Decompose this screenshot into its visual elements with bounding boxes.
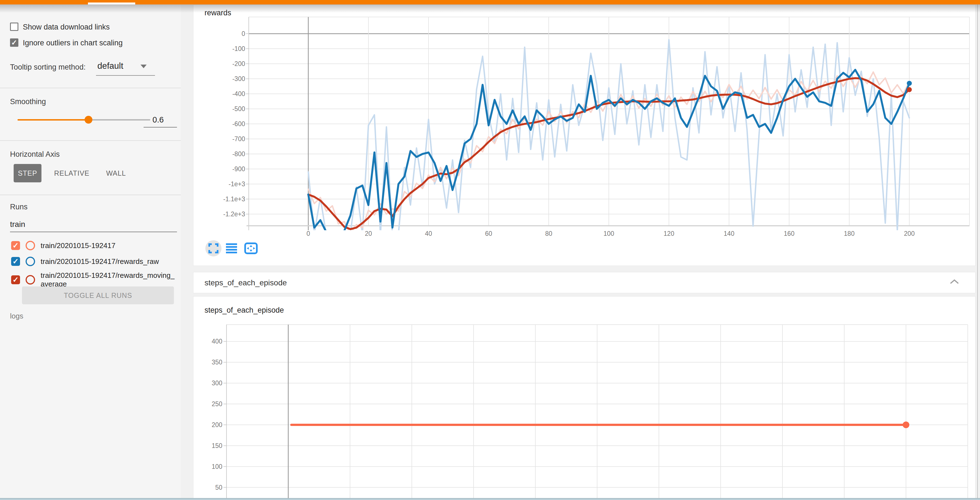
svg-text:-800: -800	[232, 150, 245, 158]
run-radio[interactable]	[25, 275, 35, 285]
bottom-scrollbar[interactable]	[0, 498, 980, 500]
svg-text:350: 350	[212, 358, 222, 366]
ignore-outliers-checkbox[interactable]: ✓	[10, 38, 18, 47]
svg-text:0: 0	[307, 230, 310, 237]
run-label: train/20201015-192417/rewards_raw	[41, 257, 176, 266]
svg-text:-100: -100	[232, 45, 245, 53]
active-tab-indicator	[88, 3, 135, 5]
run-row[interactable]: ✓ train/20201015-192417	[11, 241, 176, 250]
axis-step-button[interactable]: STEP	[14, 164, 41, 182]
run-filter-underline	[10, 232, 177, 232]
smoothing-value-input[interactable]: 0.6	[153, 115, 164, 124]
app-header-bar	[0, 0, 980, 5]
svg-text:140: 140	[724, 230, 734, 237]
svg-text:-400: -400	[232, 90, 245, 97]
run-radio[interactable]	[25, 257, 35, 266]
svg-text:50: 50	[215, 484, 222, 491]
svg-text:0: 0	[242, 30, 245, 37]
run-row[interactable]: ✓ train/20201015-192417/rewards_moving_a…	[11, 271, 176, 288]
svg-text:-500: -500	[232, 105, 245, 113]
show-download-links-checkbox[interactable]	[10, 22, 18, 31]
svg-text:-300: -300	[232, 75, 245, 83]
run-checkbox[interactable]: ✓	[11, 241, 20, 250]
settings-sidebar: Show data download links ✓ Ignore outlie…	[0, 5, 181, 500]
svg-text:250: 250	[212, 400, 222, 408]
chevron-up-icon[interactable]	[950, 279, 959, 286]
run-label: train/20201015-192417/rewards_moving_ave…	[41, 271, 176, 288]
svg-text:300: 300	[212, 379, 222, 387]
expand-icon[interactable]	[208, 243, 218, 255]
smoothing-value-underline	[143, 127, 177, 127]
svg-text:-1.2e+3: -1.2e+3	[223, 210, 245, 218]
svg-text:-900: -900	[232, 166, 245, 173]
steps-line-chart[interactable]: 40035030025020015010050	[193, 296, 976, 499]
svg-text:20: 20	[365, 230, 372, 237]
fit-data-icon[interactable]	[244, 242, 258, 255]
tooltip-sorting-label: Tooltip sorting method:	[10, 63, 86, 72]
run-checkbox[interactable]: ✓	[11, 275, 20, 284]
svg-text:-1e+3: -1e+3	[229, 180, 245, 188]
svg-text:-700: -700	[232, 135, 245, 143]
checkbox-checked-icon[interactable]: ✓	[10, 38, 18, 47]
run-label: train/20201015-192417	[41, 241, 176, 250]
svg-text:60: 60	[485, 230, 492, 237]
run-row[interactable]: ✓ train/20201015-192417/rewards_raw	[11, 257, 176, 266]
horizontal-axis-label: Horizontal Axis	[10, 150, 60, 159]
svg-text:180: 180	[844, 230, 854, 237]
show-download-links-label: Show data download links	[23, 23, 110, 32]
runs-list-icon[interactable]	[226, 243, 237, 255]
svg-text:400: 400	[212, 338, 222, 345]
rewards-chart-card: rewards 0-100-200-300-400-500-600-700-80…	[193, 5, 975, 266]
select-underline	[96, 75, 155, 76]
svg-text:100: 100	[603, 230, 614, 237]
svg-text:200: 200	[212, 421, 222, 428]
axis-relative-button[interactable]: RELATIVE	[55, 164, 89, 182]
smoothing-slider-fill	[18, 119, 89, 121]
smoothing-label: Smoothing	[10, 97, 46, 106]
svg-text:-1.1e+3: -1.1e+3	[223, 196, 245, 203]
svg-text:120: 120	[663, 230, 674, 237]
smoothing-slider-thumb[interactable]	[84, 116, 92, 124]
svg-text:40: 40	[425, 230, 432, 237]
axis-wall-button[interactable]: WALL	[103, 164, 129, 182]
checkbox-unchecked-icon[interactable]	[10, 22, 18, 31]
chevron-down-icon[interactable]	[140, 65, 146, 68]
toggle-all-runs-button[interactable]: TOGGLE ALL RUNS	[22, 287, 174, 304]
divider	[0, 88, 181, 88]
run-radio[interactable]	[25, 241, 35, 250]
section-title: steps_of_each_episode	[205, 272, 287, 293]
ignore-outliers-label: Ignore outliers in chart scaling	[23, 39, 123, 47]
logdir-label: logs	[10, 312, 23, 320]
svg-text:100: 100	[212, 463, 222, 470]
run-checkbox[interactable]: ✓	[11, 257, 20, 266]
runs-label: Runs	[10, 203, 27, 211]
svg-text:-200: -200	[232, 60, 245, 67]
rewards-line-chart[interactable]: 0-100-200-300-400-500-600-700-800-900-1e…	[193, 5, 976, 266]
svg-text:160: 160	[784, 230, 794, 237]
tooltip-sorting-select[interactable]: default	[97, 61, 123, 71]
svg-text:80: 80	[545, 230, 552, 237]
run-filter-input[interactable]: train	[10, 220, 25, 229]
svg-text:200: 200	[904, 230, 915, 237]
svg-text:-600: -600	[232, 120, 245, 127]
steps-section-header[interactable]: steps_of_each_episode	[193, 272, 975, 293]
svg-text:150: 150	[212, 442, 222, 449]
scrollbar[interactable]	[977, 5, 978, 500]
divider	[0, 194, 181, 195]
divider	[0, 140, 181, 141]
steps-chart-card: steps_of_each_episode 400350300250200150…	[193, 296, 975, 499]
